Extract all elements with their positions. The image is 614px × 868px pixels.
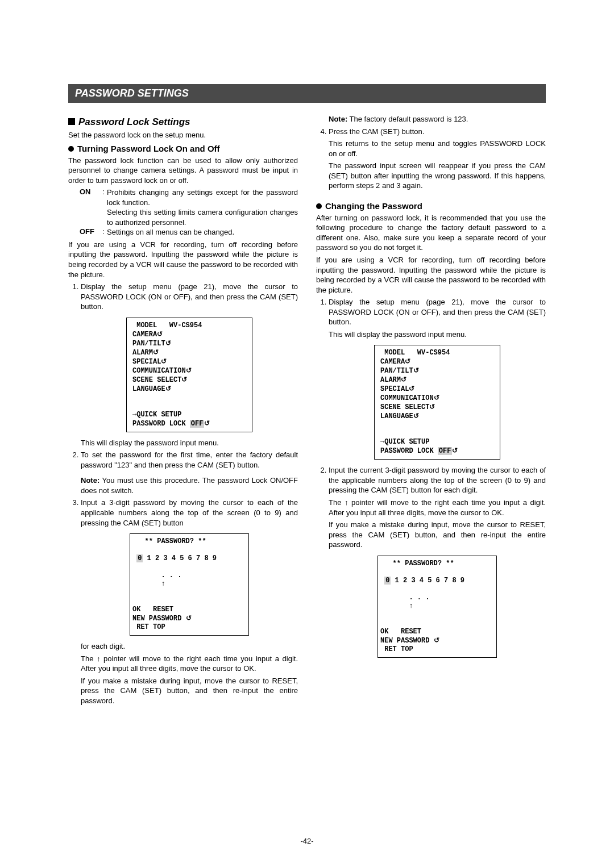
note-label: Note: (81, 476, 99, 485)
def-on-val-1: Prohibits changing any settings except f… (107, 188, 298, 207)
mistake-text: If you make a mistake during input, move… (81, 676, 298, 706)
square-bullet-icon (68, 118, 75, 125)
desc-lock-function: The password lock function can be used t… (68, 156, 298, 186)
def-off: OFF : Settings on all menus can be chang… (80, 227, 298, 237)
note-2: Note: The factory default password is 12… (329, 114, 546, 124)
def-off-val: Settings on all menus can be changed. (107, 227, 298, 237)
step-2: To set the password for the first time, … (81, 450, 298, 495)
def-on-val-2: Selecting this setting limits camera con… (107, 208, 298, 227)
heading-changing-password: Changing the Password (316, 201, 546, 211)
change-vcr-warning: If you are using a VCR for recording, tu… (316, 255, 546, 295)
note-text: The factory default password is 123. (347, 115, 468, 123)
def-on-val: Prohibits changing any settings except f… (107, 187, 298, 227)
step-1-after: This will display the password input men… (81, 438, 298, 448)
change-step-2-text: Input the current 3-digit password by mo… (329, 466, 546, 494)
def-off-key: OFF (80, 227, 102, 237)
vcr-warning: If you are using a VCR for recording, tu… (68, 240, 298, 279)
colon: : (102, 187, 107, 227)
change-step-1-after: This will display the password input men… (329, 329, 546, 340)
pointer-move: The ↑ pointer will move to the right eac… (81, 654, 298, 674)
note-1: Note: You must use this procedure. The p… (81, 475, 298, 495)
note-label: Note: (329, 115, 347, 123)
heading-text: Turning Password Lock On and Off (77, 144, 220, 153)
step-3: Input a 3-digit password by moving the c… (81, 498, 298, 706)
change-step-2-b: If you make a mistake during input, move… (329, 520, 546, 550)
step-4-a: This returns to the setup menu and toggl… (329, 139, 546, 158)
round-bullet-icon (68, 146, 74, 152)
osd-menu-1: MODEL WV-CS954 CAMERA↺ PAN/TILT↺ ALARM↺ … (126, 318, 252, 432)
def-on-key: ON (80, 187, 102, 227)
change-step-2-a: The ↑ pointer will move to the right eac… (329, 498, 546, 518)
heading-password-lock: Password Lock Settings (68, 116, 298, 128)
change-step-1: Display the setup menu (page 21), move t… (329, 297, 546, 460)
for-each-digit: for each digit. (81, 641, 298, 652)
heading-turning-lock: Turning Password Lock On and Off (68, 144, 298, 153)
left-column: Password Lock Settings Set the password … (68, 112, 298, 708)
step-2-text: To set the password for the first time, … (81, 450, 298, 469)
steps-list: Display the setup menu (page 21), move t… (68, 282, 298, 706)
heading-text: Changing the Password (325, 201, 422, 211)
step-3-text: Input a 3-digit password by moving the c… (81, 498, 298, 527)
step-4-text: Press the CAM (SET) button. (329, 127, 424, 136)
step-4: Press the CAM (SET) button. This returns… (329, 127, 546, 191)
right-column: Note: The factory default password is 12… (316, 112, 546, 708)
step-1-text: Display the setup menu (page 21), move t… (81, 282, 298, 311)
osd-password-1: ** PASSWORD? ** 0 1 2 3 4 5 6 7 8 9 . . … (130, 533, 249, 636)
step-4-b: The password input screen will reappear … (329, 161, 546, 191)
step-1: Display the setup menu (page 21), move t… (81, 282, 298, 448)
colon: : (102, 227, 107, 237)
osd-password-2: ** PASSWORD? ** 0 1 2 3 4 5 6 7 8 9 . . … (377, 556, 497, 658)
change-intro: After turning on password lock, it is re… (316, 213, 546, 253)
page-number: -42- (0, 837, 614, 845)
change-step-2: Input the current 3-digit password by mo… (329, 465, 546, 657)
section-title-bar: PASSWORD SETTINGS (68, 84, 546, 103)
heading-text: Password Lock Settings (78, 116, 190, 127)
def-on: ON : Prohibits changing any settings exc… (80, 187, 298, 227)
steps-list-cont: Press the CAM (SET) button. This returns… (316, 127, 546, 191)
round-bullet-icon (316, 203, 322, 209)
osd-menu-2: MODEL WV-CS954 CAMERA↺ PAN/TILT↺ ALARM↺ … (374, 345, 500, 460)
change-steps-list: Display the setup menu (page 21), move t… (316, 297, 546, 658)
note-text: You must use this procedure. The passwor… (81, 476, 298, 495)
change-step-1-text: Display the setup menu (page 21), move t… (329, 298, 546, 326)
intro-text: Set the password lock on the setup menu. (68, 130, 298, 140)
